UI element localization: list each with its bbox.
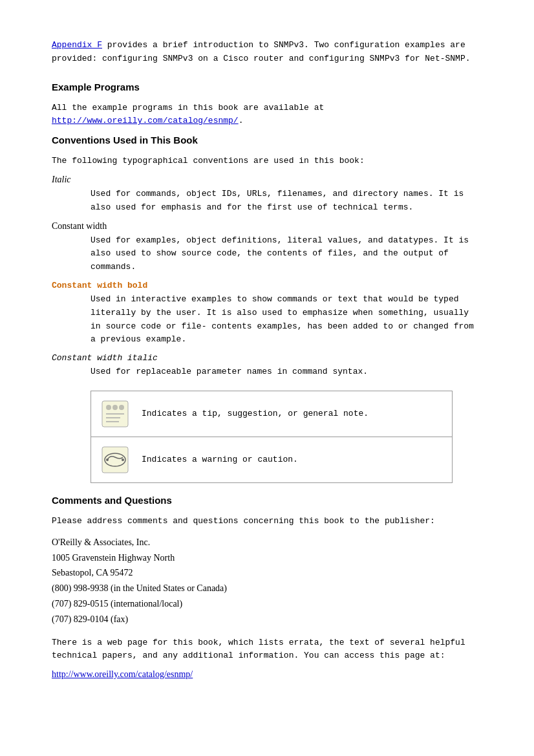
term-constant-width-definition: Used for examples, object definitions, l… [91, 234, 482, 274]
intro-paragraph: Appendix F provides a brief introduction… [52, 39, 482, 66]
example-programs-body: All the example programs in this book ar… [52, 102, 482, 129]
example-programs-text: All the example programs in this book ar… [52, 103, 324, 113]
note-tip-text: Indicates a tip, suggestion, or general … [142, 407, 368, 420]
publisher-block: O'Reilly & Associates, Inc. 1005 Gravens… [52, 535, 482, 627]
svg-point-1 [106, 405, 111, 410]
phone2: (707) 829-0515 (international/local) [52, 596, 482, 612]
term-italic-definition: Used for commands, object IDs, URLs, fil… [91, 188, 482, 215]
note-tip-row: Indicates a tip, suggestion, or general … [91, 391, 452, 437]
appendix-f-link[interactable]: Appendix F [52, 40, 102, 50]
intro-description: provides a brief introduction to SNMPv3.… [52, 40, 471, 63]
svg-point-9 [106, 459, 109, 461]
warning-icon [99, 444, 131, 476]
tip-icon [99, 398, 131, 430]
term-constant-width-bold-definition: Used in interactive examples to show com… [91, 293, 482, 347]
svg-point-2 [112, 405, 118, 410]
phone1: (800) 998-9938 (in the United States or … [52, 581, 482, 596]
address-line1: 1005 Gravenstein Highway North [52, 550, 482, 566]
oreilly-catalog-link-2[interactable]: http://www.oreilly.com/catalog/esnmp/ [52, 669, 193, 679]
term-constant-width-bold-label: Constant width bold [52, 281, 482, 290]
publisher-name: O'Reilly & Associates, Inc. [52, 535, 482, 550]
conventions-intro: The following typographical conventions … [52, 155, 482, 168]
note-warning-row: Indicates a warning or caution. [91, 437, 452, 482]
note-warning-text: Indicates a warning or caution. [142, 453, 298, 466]
svg-point-3 [119, 405, 124, 410]
example-programs-heading: Example Programs [52, 81, 482, 92]
svg-point-10 [122, 459, 124, 461]
period: . [239, 116, 244, 125]
term-italic-label: Italic [52, 175, 482, 185]
conventions-heading: Conventions Used in This Book [52, 135, 482, 146]
comments-heading: Comments and Questions [52, 495, 482, 506]
oreilly-catalog-link-1[interactable]: http://www.oreilly.com/catalog/esnmp/ [52, 116, 239, 125]
comments-intro: Please address comments and questions co… [52, 515, 482, 528]
phone3: (707) 829-0104 (fax) [52, 612, 482, 627]
term-constant-width-italic-definition: Used for replaceable parameter names in … [91, 365, 482, 379]
note-table: Indicates a tip, suggestion, or general … [91, 391, 453, 483]
term-constant-width-label: Constant width [52, 221, 482, 232]
web-page-text: There is a web page for this book, which… [52, 636, 482, 664]
address-line2: Sebastopol, CA 95472 [52, 565, 482, 581]
term-constant-width-italic-label: Constant width italic [52, 353, 482, 363]
